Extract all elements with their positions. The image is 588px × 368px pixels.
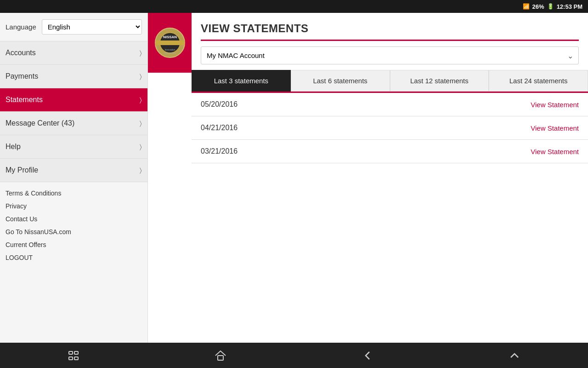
sidebar-item-accounts[interactable]: Accounts 〉 (0, 41, 147, 65)
svg-text:NISSAN: NISSAN (163, 35, 176, 39)
chevron-right-icon: 〉 (140, 167, 142, 174)
view-statement-link-2[interactable]: View Statement (531, 124, 579, 132)
tab-last12[interactable]: Last 12 statements (390, 70, 489, 92)
status-bar: 📶 26% 🔋 12:53 PM (0, 0, 588, 13)
sidebar-item-payments-label: Payments (6, 72, 38, 80)
recents-icon (67, 349, 80, 362)
nissanusa-link[interactable]: Go To NissanUSA.com (6, 228, 142, 236)
sidebar-item-my-profile-label: My Profile (6, 166, 38, 174)
statement-tabs: Last 3 statements Last 6 statements Last… (192, 70, 588, 93)
sidebar-item-accounts-label: Accounts (6, 49, 36, 57)
sidebar: Language English Spanish French Accounts… (0, 13, 148, 343)
sidebar-footer: Terms & Conditions Privacy Contact Us Go… (0, 182, 147, 269)
battery-icon: 🔋 (547, 3, 554, 10)
svg-rect-10 (218, 356, 223, 360)
statement-date-3: 03/21/2016 (201, 147, 237, 155)
language-select[interactable]: English Spanish French (42, 19, 142, 34)
svg-text:Innovation: Innovation (164, 48, 175, 51)
recents-button[interactable] (60, 346, 87, 365)
svg-rect-9 (74, 357, 78, 360)
statement-row: 03/21/2016 View Statement (192, 140, 588, 163)
chevron-right-icon: 〉 (140, 73, 142, 80)
sidebar-item-payments[interactable]: Payments 〉 (0, 65, 147, 88)
terms-link[interactable]: Terms & Conditions (6, 190, 142, 197)
logout-link[interactable]: LOGOUT (6, 254, 142, 261)
svg-text:that excites: that excites (164, 52, 176, 54)
svg-rect-2 (155, 40, 185, 45)
chevron-right-icon: 〉 (140, 143, 142, 151)
battery-level: 26% (532, 3, 544, 10)
offers-link[interactable]: Current Offers (6, 241, 142, 248)
statement-date-2: 04/21/2016 (201, 124, 237, 132)
chevron-right-icon: 〉 (140, 120, 142, 127)
chevron-right-icon: 〉 (140, 49, 142, 57)
scroll-up-button[interactable] (501, 346, 528, 365)
home-button[interactable] (207, 346, 234, 365)
wifi-icon: 📶 (523, 3, 530, 10)
contact-link[interactable]: Contact Us (6, 215, 142, 223)
main-layout: Language English Spanish French Accounts… (0, 13, 588, 343)
home-icon (214, 349, 227, 362)
statements-list: 05/20/2016 View Statement 04/21/2016 Vie… (192, 93, 588, 163)
account-dropdown-wrapper: My NMAC Account ⌄ (201, 46, 579, 64)
view-statement-link-3[interactable]: View Statement (531, 148, 579, 155)
scroll-up-icon (508, 349, 521, 362)
main-content: NISSAN Innovation that excites VIEW STAT… (148, 13, 588, 343)
sidebar-item-help[interactable]: Help 〉 (0, 135, 147, 159)
statement-row: 04/21/2016 View Statement (192, 116, 588, 140)
nissan-emblem-svg: NISSAN Innovation that excites (154, 27, 186, 59)
sidebar-item-my-profile[interactable]: My Profile 〉 (0, 159, 147, 182)
sidebar-item-message-center-label: Message Center (43) (6, 119, 74, 127)
tab-last24[interactable]: Last 24 statements (489, 70, 588, 92)
chevron-right-icon: 〉 (140, 96, 142, 104)
sidebar-item-statements[interactable]: Statements 〉 (0, 88, 147, 112)
tab-last3[interactable]: Last 3 statements (192, 70, 291, 92)
language-label: Language (6, 23, 36, 31)
back-icon (361, 349, 374, 362)
clock: 12:53 PM (557, 3, 582, 10)
back-button[interactable] (354, 346, 381, 365)
content-header: NISSAN Innovation that excites VIEW STAT… (148, 13, 588, 163)
bottom-bar (0, 343, 588, 368)
sidebar-item-statements-label: Statements (6, 96, 43, 104)
view-statement-link-1[interactable]: View Statement (531, 101, 579, 109)
language-row: Language English Spanish French (0, 13, 147, 41)
sidebar-item-help-label: Help (6, 143, 21, 151)
statement-row: 05/20/2016 View Statement (192, 93, 588, 116)
account-dropdown-row: My NMAC Account ⌄ (192, 41, 588, 70)
page-title: VIEW STATEMENTS (201, 22, 579, 35)
page-title-area: VIEW STATEMENTS (192, 13, 588, 40)
nissan-logo: NISSAN Innovation that excites (148, 13, 192, 73)
svg-rect-6 (69, 351, 73, 354)
tab-last6[interactable]: Last 6 statements (291, 70, 390, 92)
svg-rect-8 (69, 357, 73, 360)
sidebar-item-message-center[interactable]: Message Center (43) 〉 (0, 112, 147, 135)
privacy-link[interactable]: Privacy (6, 202, 142, 210)
statement-date-1: 05/20/2016 (201, 100, 237, 109)
account-dropdown[interactable]: My NMAC Account (201, 46, 579, 64)
svg-rect-7 (74, 351, 78, 354)
